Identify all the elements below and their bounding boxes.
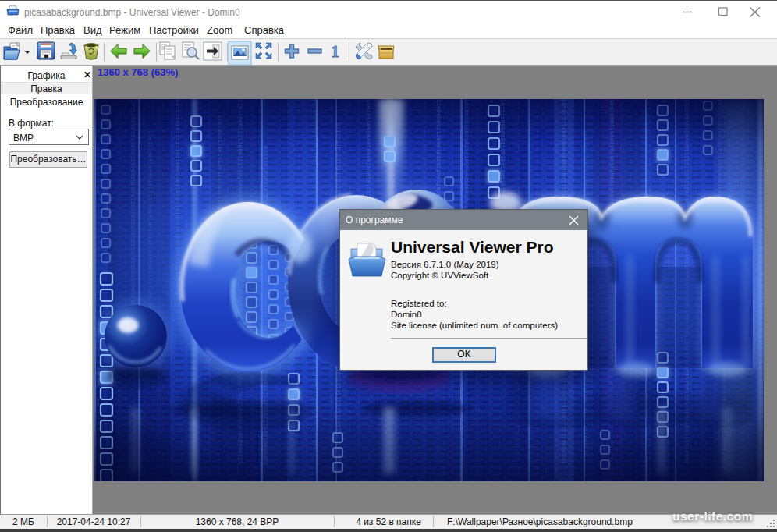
svg-text:1: 1	[331, 41, 339, 61]
